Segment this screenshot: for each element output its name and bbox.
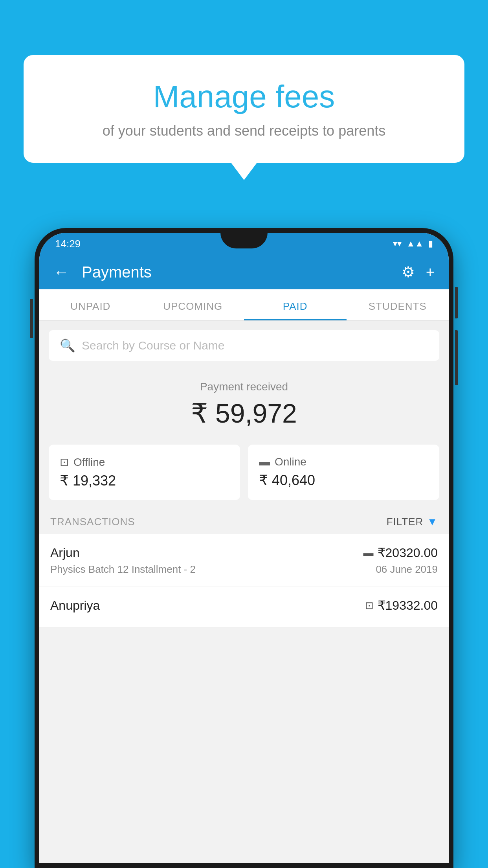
camera-notch [220,233,268,248]
transaction-amount: ▬ ₹20320.00 [363,545,438,560]
student-name: Anupriya [50,598,100,613]
status-icons: ▾▾ ▲▲ ▮ [393,239,433,249]
transaction-row[interactable]: Anupriya ⊡ ₹19332.00 [39,587,449,627]
online-card: ▬ Online ₹ 40,640 [248,445,439,500]
phone-frame: 14:29 ▾▾ ▲▲ ▮ ← Payments ⚙ + UNPAID UPCO… [35,228,453,868]
payment-cards-row: ⊡ Offline ₹ 19,332 ▬ Online ₹ 40,640 [49,445,439,500]
amount-value: ₹19332.00 [378,598,438,613]
header-actions: ⚙ + [402,263,435,281]
wifi-icon: ▾▾ [393,239,402,249]
online-label: Online [275,456,306,468]
offline-amount: ₹ 19,332 [60,473,229,489]
offline-card: ⊡ Offline ₹ 19,332 [49,445,240,500]
online-card-header: ▬ Online [259,456,428,468]
offline-label: Offline [73,456,105,469]
payment-received-label: Payment received [39,381,449,393]
status-time: 14:29 [55,238,81,250]
transaction-amount: ⊡ ₹19332.00 [365,598,438,613]
search-placeholder: Search by Course or Name [82,339,225,352]
online-amount: ₹ 40,640 [259,472,428,489]
status-bar: 14:29 ▾▾ ▲▲ ▮ [39,233,449,255]
tab-students[interactable]: STUDENTS [347,289,449,320]
phone-screen: 14:29 ▾▾ ▲▲ ▮ ← Payments ⚙ + UNPAID UPCO… [39,233,449,863]
power-button-bottom [455,330,458,385]
speech-bubble: Manage fees of your students and send re… [24,55,464,163]
tab-upcoming[interactable]: UPCOMING [142,289,244,320]
signal-icon: ▲▲ [406,239,424,249]
transaction-bottom: Physics Batch 12 Installment - 2 06 June… [50,563,438,576]
battery-icon: ▮ [428,239,433,249]
bubble-title: Manage fees [55,79,433,115]
transactions-label: TRANSACTIONS [50,516,135,528]
tab-unpaid[interactable]: UNPAID [39,289,142,320]
transaction-date: 06 June 2019 [376,563,438,576]
page-title: Payments [82,263,392,281]
offline-card-header: ⊡ Offline [60,456,229,469]
payment-received-amount: ₹ 59,972 [39,398,449,429]
content-area: 🔍 Search by Course or Name Payment recei… [39,330,449,863]
tab-bar: UNPAID UPCOMING PAID STUDENTS [39,289,449,321]
volume-button [30,299,33,338]
amount-value: ₹20320.00 [378,545,438,560]
payment-method-icon: ⊡ [365,600,374,612]
online-icon: ▬ [259,456,270,468]
bubble-subtitle: of your students and send receipts to pa… [55,123,433,139]
power-button-top [455,287,458,318]
student-name: Arjun [50,546,80,560]
filter-button[interactable]: FILTER ▼ [387,516,438,528]
search-bar[interactable]: 🔍 Search by Course or Name [49,330,439,361]
settings-icon[interactable]: ⚙ [402,263,415,281]
app-header: ← Payments ⚙ + [39,255,449,289]
payment-method-icon: ▬ [363,547,374,559]
transactions-header: TRANSACTIONS FILTER ▼ [39,508,449,534]
transaction-row[interactable]: Arjun ▬ ₹20320.00 Physics Batch 12 Insta… [39,534,449,587]
search-icon: 🔍 [60,338,75,353]
course-info: Physics Batch 12 Installment - 2 [50,563,196,576]
offline-icon: ⊡ [60,456,69,469]
speech-bubble-container: Manage fees of your students and send re… [24,55,464,163]
back-button[interactable]: ← [53,263,69,281]
transaction-top: Arjun ▬ ₹20320.00 [50,545,438,560]
transaction-top: Anupriya ⊡ ₹19332.00 [50,598,438,613]
add-icon[interactable]: + [426,264,435,281]
filter-label: FILTER [387,516,424,528]
tab-paid[interactable]: PAID [244,289,347,320]
filter-icon: ▼ [427,516,438,528]
payment-summary: Payment received ₹ 59,972 [39,369,449,437]
